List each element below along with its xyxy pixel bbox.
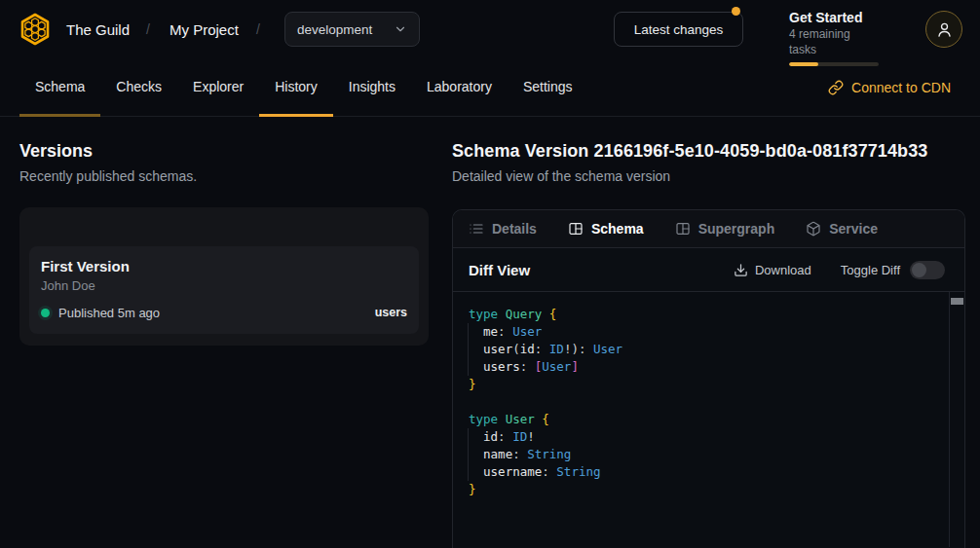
schema-version-title: Schema Version 2166196f-5e10-4059-bd0a-0… bbox=[452, 141, 927, 162]
code-line: users: [User] bbox=[469, 358, 622, 376]
toggle-diff-label: Toggle Diff bbox=[841, 263, 900, 277]
version-status-text: Published 5m ago bbox=[58, 306, 160, 320]
columns-icon bbox=[675, 221, 691, 237]
user-avatar[interactable] bbox=[925, 11, 962, 48]
schema-version-subtitle: Detailed view of the schema version bbox=[452, 168, 670, 184]
get-started-subtitle: 4 remaining tasks bbox=[789, 26, 879, 57]
switch-knob bbox=[912, 263, 926, 277]
download-icon bbox=[734, 263, 748, 277]
schema-code-viewer[interactable]: type Query { me: User user(id: ID!): Use… bbox=[453, 292, 964, 547]
detail-tab-label: Schema bbox=[591, 221, 644, 237]
versions-list: First Version John Doe Published 5m ago … bbox=[19, 207, 429, 346]
project-nav: SchemaChecksExplorerHistoryInsightsLabor… bbox=[0, 58, 980, 117]
scrollbar-thumb[interactable] bbox=[951, 298, 963, 305]
box-icon bbox=[806, 221, 821, 237]
schema-version-panel: DetailsSchemaSupergraphService Diff View… bbox=[452, 209, 965, 548]
published-status-dot bbox=[41, 309, 50, 317]
toggle-diff-switch[interactable] bbox=[910, 261, 945, 279]
diff-view-title: Diff View bbox=[469, 262, 530, 278]
code-line: username: String bbox=[469, 463, 622, 481]
code-line: type User { bbox=[469, 411, 622, 428]
chevron-down-icon bbox=[394, 22, 407, 36]
schema-code: type Query { me: User user(id: ID!): Use… bbox=[469, 306, 622, 498]
breadcrumb-separator: / bbox=[146, 0, 150, 58]
detail-tab-service[interactable]: Service bbox=[806, 221, 878, 237]
connect-to-cdn-button[interactable]: Connect to CDN bbox=[828, 58, 951, 117]
connect-to-cdn-label: Connect to CDN bbox=[851, 80, 951, 95]
notification-dot bbox=[732, 7, 740, 16]
target-selector-dropdown[interactable]: development bbox=[284, 12, 420, 47]
link-icon bbox=[828, 80, 844, 95]
nav-tab-insights[interactable]: Insights bbox=[333, 58, 411, 117]
person-icon bbox=[936, 21, 953, 38]
version-list-item[interactable]: First Version John Doe Published 5m ago … bbox=[29, 246, 419, 334]
code-line: id: ID! bbox=[469, 428, 622, 446]
detail-tab-label: Details bbox=[492, 221, 537, 237]
diff-toolbar: Diff View Download Toggle Diff bbox=[453, 248, 964, 292]
list-icon bbox=[469, 221, 484, 237]
top-header: The Guild / My Project / development Lat… bbox=[0, 0, 980, 58]
versions-subheading: Recently published schemas. bbox=[19, 168, 197, 184]
code-line: me: User bbox=[469, 323, 622, 341]
download-button[interactable]: Download bbox=[734, 263, 811, 277]
nav-tab-schema[interactable]: Schema bbox=[19, 58, 100, 117]
app-root: The Guild / My Project / development Lat… bbox=[0, 0, 980, 548]
nav-tabs: SchemaChecksExplorerHistoryInsightsLabor… bbox=[19, 58, 588, 117]
detail-tabs: DetailsSchemaSupergraphService bbox=[453, 210, 964, 248]
hive-logo-icon[interactable] bbox=[18, 12, 53, 47]
latest-changes-button[interactable]: Latest changes bbox=[614, 12, 743, 47]
detail-tab-details[interactable]: Details bbox=[469, 221, 537, 237]
code-line: } bbox=[469, 376, 622, 393]
detail-tab-label: Service bbox=[829, 221, 878, 237]
nav-tab-explorer[interactable]: Explorer bbox=[177, 58, 259, 117]
nav-tab-settings[interactable]: Settings bbox=[508, 58, 588, 117]
scrollbar-track bbox=[949, 292, 950, 547]
version-service-badge: users bbox=[375, 306, 407, 319]
code-line: user(id: ID!): User bbox=[469, 341, 622, 358]
detail-tab-label: Supergraph bbox=[698, 221, 775, 237]
code-line: } bbox=[469, 481, 622, 498]
nav-tab-laboratory[interactable]: Laboratory bbox=[411, 58, 508, 117]
project-breadcrumb-link[interactable]: My Project bbox=[170, 0, 239, 58]
version-status-row: Published 5m ago users bbox=[41, 305, 407, 320]
version-author: John Doe bbox=[41, 278, 95, 293]
versions-heading: Versions bbox=[19, 141, 93, 162]
download-label: Download bbox=[755, 263, 811, 277]
nav-tab-checks[interactable]: Checks bbox=[100, 58, 177, 117]
breadcrumb-separator: / bbox=[256, 0, 260, 58]
get-started-title: Get Started bbox=[789, 9, 879, 26]
detail-tab-schema[interactable]: Schema bbox=[568, 221, 644, 237]
detail-tab-supergraph[interactable]: Supergraph bbox=[675, 221, 775, 237]
target-selector-value: development bbox=[297, 22, 372, 37]
code-line bbox=[469, 393, 622, 411]
columns-icon bbox=[568, 221, 584, 237]
code-line: type Query { bbox=[469, 306, 622, 323]
org-breadcrumb-link[interactable]: The Guild bbox=[66, 0, 130, 58]
version-title: First Version bbox=[41, 258, 130, 274]
nav-tab-history[interactable]: History bbox=[259, 58, 333, 117]
toolbar-actions: Download Toggle Diff bbox=[734, 261, 945, 279]
code-line: name: String bbox=[469, 446, 622, 463]
